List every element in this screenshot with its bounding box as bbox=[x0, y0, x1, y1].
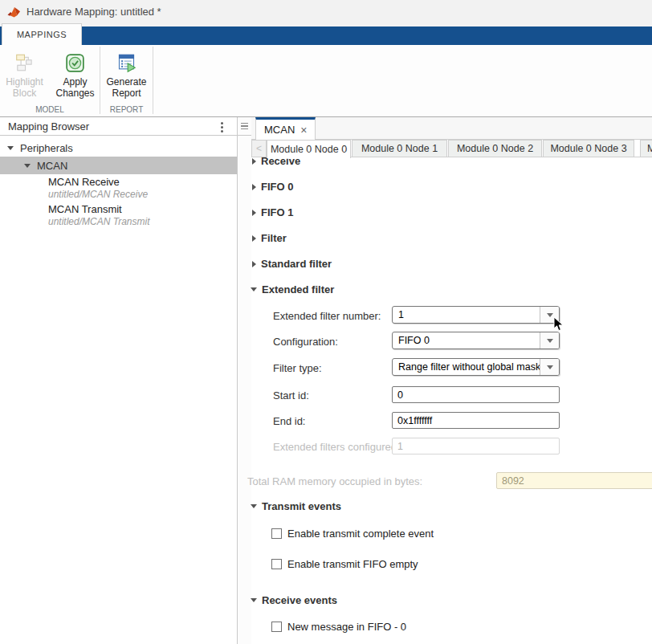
titlebar: Hardware Mapping: untitled * bbox=[0, 0, 652, 23]
tab-module0-node1[interactable]: Module 0 Node 1 bbox=[352, 140, 447, 157]
peripheral-path: untitled/MCAN Transmit bbox=[48, 216, 149, 227]
extended-filters-configured-label: Extended filters configured: bbox=[273, 441, 400, 453]
highlight-block-icon bbox=[14, 51, 36, 74]
caret-right-icon bbox=[252, 235, 256, 242]
section-label: Transmit events bbox=[262, 500, 341, 512]
caret-right-icon bbox=[252, 158, 256, 165]
module-node-tabbar: < Module 0 Node 0 Module 0 Node 1 Module… bbox=[251, 140, 652, 157]
caret-down-icon bbox=[24, 164, 31, 168]
chevron-down-icon[interactable] bbox=[540, 359, 559, 375]
caret-right-icon bbox=[252, 184, 256, 190]
window-title: Hardware Mapping: untitled * bbox=[26, 6, 161, 18]
caret-right-icon bbox=[252, 261, 256, 267]
model-group-label: MODEL bbox=[0, 105, 100, 114]
tree-node-mcan-receive[interactable]: MCAN Receive untitled/MCAN Receive bbox=[48, 176, 148, 200]
tree-node-label: Peripherals bbox=[20, 142, 73, 154]
configuration-dropdown[interactable]: FIFO 0 bbox=[392, 332, 560, 349]
mapping-browser-title: Mapping Browser bbox=[8, 120, 89, 132]
section-extended-filter[interactable]: Extended filter bbox=[251, 283, 334, 296]
tree-node-label: MCAN bbox=[37, 160, 67, 172]
ribbon-tab-row: MAPPINGS bbox=[0, 23, 652, 45]
report-group: Generate Report REPORT bbox=[101, 45, 152, 116]
peripheral-path: untitled/MCAN Receive bbox=[48, 189, 148, 200]
document-tab-label: MCAN bbox=[264, 124, 295, 136]
tab-module0-node0[interactable]: Module 0 Node 0 bbox=[267, 140, 351, 158]
generate-report-icon bbox=[116, 51, 138, 74]
hardware-mapping-window: Hardware Mapping: untitled * MAPPINGS bbox=[0, 0, 652, 644]
ribbon-accent-band bbox=[0, 26, 652, 45]
tab-module0-node4-partial[interactable]: M bbox=[640, 140, 652, 157]
tree-node-peripherals[interactable]: Peripherals bbox=[0, 139, 237, 157]
end-id-label: End id: bbox=[273, 415, 305, 427]
matlab-logo-icon bbox=[7, 5, 22, 19]
extended-filters-configured-input bbox=[392, 438, 560, 454]
generate-report-button[interactable]: Generate Report bbox=[102, 45, 152, 103]
scroll-left-icon[interactable]: < bbox=[251, 140, 267, 157]
section-label: Filter bbox=[261, 232, 287, 244]
peripheral-name: MCAN Receive bbox=[48, 176, 148, 188]
tab-mappings[interactable]: MAPPINGS bbox=[2, 23, 82, 45]
start-id-label: Start id: bbox=[273, 389, 309, 401]
section-fifo1[interactable]: FIFO 1 bbox=[252, 206, 293, 218]
tab-module0-node3[interactable]: Module 0 Node 3 bbox=[543, 140, 634, 157]
dropdown-value: 1 bbox=[393, 307, 540, 323]
document-tabbar: MCAN × bbox=[251, 117, 652, 140]
generate-report-label: Generate Report bbox=[106, 76, 146, 99]
tree-node-mcan[interactable]: MCAN bbox=[0, 157, 237, 174]
caret-down-icon bbox=[251, 598, 257, 602]
apply-changes-icon bbox=[64, 51, 87, 74]
total-ram-label: Total RAM memory occupied in bytes: bbox=[247, 475, 422, 487]
section-label: FIFO 0 bbox=[261, 181, 293, 193]
toolbar-separator bbox=[153, 47, 153, 114]
section-label: Standard filter bbox=[261, 258, 332, 270]
configuration-label: Configuration: bbox=[273, 336, 338, 348]
caret-down-icon bbox=[251, 504, 257, 508]
apply-changes-label: Apply Changes bbox=[55, 76, 94, 99]
peripheral-name: MCAN Transmit bbox=[48, 203, 149, 215]
section-label: FIFO 1 bbox=[261, 206, 293, 218]
checkbox-box[interactable] bbox=[271, 559, 282, 569]
section-fifo0[interactable]: FIFO 0 bbox=[252, 181, 293, 193]
checkbox-box[interactable] bbox=[271, 622, 282, 632]
section-label: Extended filter bbox=[262, 283, 334, 296]
highlight-block-button[interactable]: Highlight Block bbox=[0, 45, 49, 103]
section-transmit-events[interactable]: Transmit events bbox=[251, 500, 341, 512]
checkbox-box[interactable] bbox=[271, 528, 282, 539]
total-ram-input bbox=[496, 472, 652, 489]
caret-down-icon bbox=[7, 146, 14, 150]
section-label: Receive events bbox=[262, 594, 337, 606]
section-receive-events[interactable]: Receive events bbox=[251, 594, 337, 606]
section-filter[interactable]: Filter bbox=[252, 232, 287, 244]
caret-down-icon bbox=[251, 287, 257, 291]
filter-type-label: Filter type: bbox=[273, 362, 322, 374]
highlight-block-label: Highlight Block bbox=[6, 76, 43, 99]
toolstrip: Highlight Block Apply Changes bbox=[0, 45, 652, 117]
filter-type-dropdown[interactable]: Range filter without global mask bbox=[392, 358, 560, 376]
section-standard-filter[interactable]: Standard filter bbox=[252, 258, 332, 270]
panel-divider-strip bbox=[238, 117, 251, 644]
new-message-fifo0-checkbox[interactable]: New message in FIFO - 0 bbox=[271, 621, 406, 633]
close-icon[interactable]: × bbox=[300, 124, 307, 136]
checkbox-label: Enable transmit FIFO empty bbox=[287, 558, 418, 570]
kebab-menu-icon[interactable] bbox=[216, 120, 227, 133]
tree-node-mcan-transmit[interactable]: MCAN Transmit untitled/MCAN Transmit bbox=[48, 203, 149, 227]
report-group-label: REPORT bbox=[101, 105, 152, 114]
panel-menu-icon[interactable] bbox=[238, 117, 251, 136]
checkbox-label: Enable transmit complete event bbox=[287, 528, 434, 540]
caret-right-icon bbox=[252, 210, 256, 216]
mapping-browser-header: Mapping Browser bbox=[0, 117, 237, 136]
enable-transmit-complete-checkbox[interactable]: Enable transmit complete event bbox=[271, 528, 434, 540]
document-tab-mcan[interactable]: MCAN × bbox=[255, 117, 316, 140]
chevron-down-icon[interactable] bbox=[540, 332, 559, 348]
enable-transmit-fifo-empty-checkbox[interactable]: Enable transmit FIFO empty bbox=[271, 558, 418, 570]
extended-filter-number-dropdown[interactable]: 1 bbox=[392, 306, 560, 324]
start-id-input[interactable] bbox=[392, 386, 560, 403]
mouse-cursor-icon bbox=[553, 316, 564, 332]
end-id-input[interactable] bbox=[392, 412, 560, 429]
apply-changes-button[interactable]: Apply Changes bbox=[51, 45, 100, 103]
tab-module0-node2[interactable]: Module 0 Node 2 bbox=[448, 140, 542, 157]
toolbar-separator bbox=[100, 47, 100, 114]
dropdown-value: Range filter without global mask bbox=[393, 359, 540, 375]
mapping-browser-panel: Mapping Browser Peripherals MCAN MCAN Re… bbox=[0, 117, 238, 644]
dropdown-value: FIFO 0 bbox=[393, 332, 540, 348]
